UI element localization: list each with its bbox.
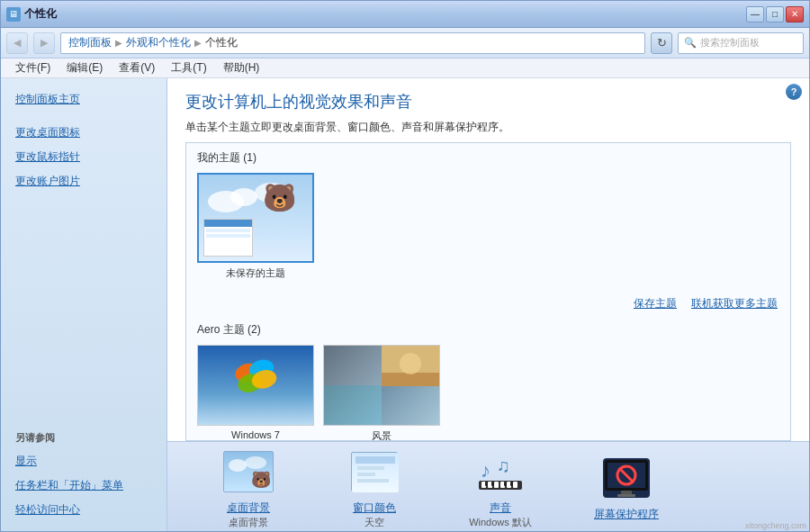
forward-button[interactable]: ▶ — [33, 32, 55, 54]
menu-file[interactable]: 文件(F) — [8, 59, 58, 77]
search-box[interactable]: 🔍 搜索控制面板 — [678, 32, 804, 54]
svg-point-11 — [400, 353, 421, 374]
menubar: 文件(F) 编辑(E) 查看(V) 工具(T) 帮助(H) — [1, 59, 809, 78]
save-theme-link[interactable]: 保存主题 — [634, 296, 677, 311]
titlebar: 🖥 个性化 — □ ✕ — [1, 1, 809, 28]
help-button[interactable]: ? — [786, 84, 802, 100]
window-title: 个性化 — [24, 6, 57, 22]
addressbar: ◀ ▶ 控制面板 ▶ 外观和个性化 ▶ 个性化 ↻ 🔍 搜索控制面板 — [1, 28, 809, 59]
screensaver-icon — [603, 458, 650, 498]
svg-rect-25 — [494, 482, 499, 488]
back-button[interactable]: ◀ — [6, 32, 28, 54]
svg-point-2 — [230, 188, 257, 206]
watermark: xitongcheng.com — [745, 521, 806, 530]
aero-themes-label: Aero 主题 (2) — [186, 315, 790, 341]
get-more-link[interactable]: 联机获取更多主题 — [691, 296, 778, 311]
aero-themes-grid: Windows 7 — [186, 341, 790, 441]
menu-edit[interactable]: 编辑(E) — [59, 59, 110, 77]
sound-icon: ♪ ♫ — [477, 452, 524, 491]
svg-text:♫: ♫ — [497, 455, 510, 475]
also-see-label: 另请参阅 — [1, 431, 166, 449]
theme-item-win7[interactable]: Windows 7 — [197, 345, 314, 441]
svg-rect-28 — [513, 482, 518, 488]
svg-rect-16 — [356, 456, 395, 464]
landscape-grid — [324, 346, 439, 425]
sound-icon-wrap: ♪ ♫ — [473, 445, 527, 499]
menu-help[interactable]: 帮助(H) — [216, 59, 267, 77]
minimize-button[interactable]: — — [746, 6, 764, 23]
desktop-bg-sublabel: 桌面背景 — [229, 516, 268, 529]
theme-label-unsaved: 未保存的主题 — [226, 266, 285, 280]
main-window: 🖥 个性化 — □ ✕ ◀ ▶ 控制面板 ▶ 外观和个性化 ▶ 个性化 ↻ 🔍 … — [0, 0, 810, 532]
svg-rect-31 — [504, 482, 507, 486]
bear-icon: 🐻 — [263, 182, 296, 213]
my-themes-label: 我的主题 (1) — [186, 143, 790, 169]
theme-links: 保存主题 联机获取更多主题 — [186, 291, 790, 315]
window-color-icon-wrap — [347, 445, 401, 499]
breadcrumb: 控制面板 ▶ 外观和个性化 ▶ 个性化 — [60, 32, 645, 54]
desktop-bg-label[interactable]: 桌面背景 — [227, 500, 270, 516]
breadcrumb-sep-1: ▶ — [115, 38, 122, 48]
menu-view[interactable]: 查看(V) — [112, 59, 162, 77]
titlebar-left: 🖥 个性化 — [6, 6, 57, 22]
sidebar-item-display[interactable]: 显示 — [1, 449, 166, 473]
toolbar-sound[interactable]: ♪ ♫ — [437, 441, 563, 532]
menu-tools[interactable]: 工具(T) — [164, 59, 213, 77]
breadcrumb-sep-2: ▶ — [194, 38, 202, 48]
close-button[interactable]: ✕ — [786, 6, 804, 23]
window-color-sublabel: 天空 — [364, 516, 384, 529]
toolbar-window-color[interactable]: 窗口颜色 天空 — [311, 441, 437, 532]
screensaver-icon-wrap — [599, 451, 653, 505]
svg-rect-17 — [357, 466, 384, 470]
theme-area[interactable]: 我的主题 (1) — [185, 142, 791, 441]
aero-label-landscape: 风景 — [372, 429, 392, 441]
landscape-img-4 — [382, 385, 439, 425]
refresh-button[interactable]: ↻ — [651, 32, 672, 54]
breadcrumb-current: 个性化 — [205, 35, 238, 50]
theme-preview-window — [203, 219, 253, 257]
toolbar-desktop-bg[interactable]: 🐻 桌面背景 桌面背景 — [185, 441, 311, 532]
sidebar-item-taskbar[interactable]: 任务栏和「开始」菜单 — [1, 473, 166, 498]
svg-rect-38 — [617, 494, 635, 497]
svg-rect-19 — [357, 479, 389, 482]
desktop-bg-icon-wrap: 🐻 — [221, 445, 275, 499]
main-area: 控制面板主页 更改桌面图标 更改鼠标指针 更改账户图片 另请参阅 显示 任务栏和… — [1, 78, 809, 531]
toolbar-screensaver[interactable]: 屏幕保护程序 — [563, 447, 689, 526]
theme-item-landscape[interactable]: 风景 — [323, 345, 440, 441]
content-panel: ? 更改计算机上的视觉效果和声音 单击某个主题立即更改桌面背景、窗口颜色、声音和… — [167, 78, 809, 531]
window-color-icon — [351, 452, 398, 491]
window-color-label[interactable]: 窗口颜色 — [353, 500, 396, 516]
theme-item-unsaved[interactable]: 🐻 未保存的主题 — [197, 173, 314, 280]
win7-bg — [198, 346, 313, 425]
sidebar-item-account-picture[interactable]: 更改账户图片 — [1, 169, 166, 194]
bottom-toolbar: 🐻 桌面背景 桌面背景 — [167, 441, 809, 531]
breadcrumb-part-1[interactable]: 控制面板 — [68, 35, 112, 50]
sidebar-item-desktop-icons[interactable]: 更改桌面图标 — [1, 121, 166, 145]
sidebar-item-accessibility[interactable]: 轻松访问中心 — [1, 498, 166, 522]
landscape-img-3 — [324, 385, 382, 425]
sound-label[interactable]: 声音 — [490, 500, 511, 516]
theme-preview-unsaved: 🐻 — [197, 173, 314, 263]
svg-point-14 — [245, 456, 266, 469]
content-header: 更改计算机上的视觉效果和声音 单击某个主题立即更改桌面背景、窗口颜色、声音和屏幕… — [167, 78, 809, 142]
breadcrumb-part-2[interactable]: 外观和个性化 — [126, 35, 191, 50]
search-placeholder: 搜索控制面板 — [700, 36, 760, 50]
sidebar-item-mouse-pointer[interactable]: 更改鼠标指针 — [1, 145, 166, 169]
sidebar-item-home[interactable]: 控制面板主页 — [1, 87, 166, 112]
svg-rect-18 — [357, 473, 375, 476]
svg-rect-10 — [382, 373, 440, 386]
aero-preview-landscape — [323, 345, 440, 426]
desktop-bg-icon: 🐻 — [223, 451, 274, 492]
svg-rect-32 — [510, 482, 513, 486]
my-themes-grid: 🐻 未保存的主题 — [186, 169, 790, 291]
maximize-button[interactable]: □ — [766, 6, 784, 23]
content-description: 单击某个主题立即更改桌面背景、窗口颜色、声音和屏幕保护程序。 — [185, 120, 791, 135]
screensaver-label[interactable]: 屏幕保护程序 — [594, 507, 659, 522]
svg-point-13 — [229, 459, 247, 472]
titlebar-buttons: — □ ✕ — [746, 6, 804, 23]
sound-sublabel: Windows 默认 — [469, 516, 532, 529]
landscape-img-2 — [382, 346, 439, 385]
svg-rect-30 — [491, 482, 494, 486]
landscape-img-1 — [324, 346, 382, 385]
window-icon: 🖥 — [6, 7, 21, 22]
